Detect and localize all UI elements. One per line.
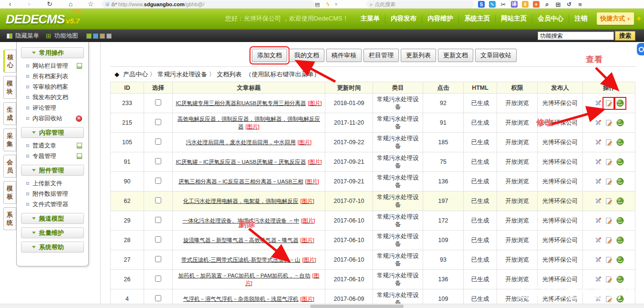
attributes-tools-icon[interactable] (594, 256, 602, 264)
doc-title-link[interactable]: 气浮机－溶气气浮机－杂质脱除机－浅层气浮机[图片] (183, 296, 314, 302)
sidebar-item[interactable]: 普通文章 (20, 140, 85, 151)
hide-menu-button[interactable]: 隐藏菜单 (7, 32, 39, 40)
attributes-tools-icon[interactable] (594, 197, 602, 205)
view-globe-icon[interactable] (616, 276, 624, 284)
speed-mode-caret-icon[interactable]: ˅ (335, 0, 337, 9)
header-menu-item[interactable]: 内容维护 (422, 14, 458, 23)
doc-title-link[interactable]: 旋流曝气器－新型曝气器－高效曝气器－曝气器[图片] (183, 237, 314, 243)
module-tab[interactable]: 系统 (3, 207, 16, 230)
header-menu-item[interactable]: 系统主页 (458, 14, 495, 23)
doc-title-link[interactable]: 化工污水处理用电解器，电絮凝，强制电解反应[图片] (183, 198, 314, 204)
sidebar-item[interactable]: 附件数据管理 (20, 189, 85, 199)
sidebar-item[interactable]: 文件式管理器 (20, 199, 85, 210)
view-globe-icon[interactable] (616, 138, 624, 147)
doc-title-link[interactable]: 厌氧三相分离器－IC反应器三相分离器－UASB三相[图片] (178, 179, 319, 184)
view-globe-icon[interactable] (616, 178, 624, 186)
attributes-tools-icon[interactable] (594, 295, 602, 303)
sidebar-item[interactable]: 评论管理 (20, 103, 85, 113)
top-action-button[interactable]: 稿件审核 (326, 49, 362, 62)
back-icon[interactable]: ‹ (5, 0, 15, 9)
header-menu-item[interactable]: 注销 (569, 14, 592, 23)
attributes-tools-icon[interactable] (594, 236, 602, 244)
doc-title-link[interactable]: IC厌氧罐－IC厌氧反应器－UASB厌氧罐－厌氧反应器[图片] (176, 159, 322, 165)
sidebar-group-header[interactable]: 常用操作 (21, 47, 84, 58)
url-bar[interactable]: × http://www.sdguangbo.com/gbhb@/ (102, 0, 315, 8)
row-checkbox[interactable] (155, 138, 161, 145)
menu-icon[interactable]: ≡ (577, 1, 583, 8)
scissors-icon[interactable]: ✂ (500, 1, 507, 8)
module-tab[interactable]: 模块 (3, 76, 16, 99)
shortcut-button[interactable]: 快捷方式▼ (597, 12, 634, 25)
top-action-button[interactable]: 栏目管理 (364, 49, 399, 62)
view-globe-icon[interactable] (616, 256, 624, 264)
view-globe-icon[interactable] (616, 236, 624, 244)
top-action-button[interactable]: 更新列表 (401, 49, 436, 62)
doc-title-link[interactable]: IC厌氧罐专用三相分离器和UASB厌氧专用三相分离器[图片] (176, 100, 322, 106)
doc-title-link[interactable]: 污水处理后回用，废水处理后回用，中水回用[图片] (186, 139, 312, 145)
home-icon[interactable]: ⌂ (65, 0, 76, 9)
sidebar-item[interactable]: 内容回收站 (20, 113, 85, 124)
module-tab[interactable]: 生成 (3, 102, 16, 125)
edit-icon[interactable] (605, 158, 613, 166)
doc-title-link[interactable]: 一体化污水处理设备、地埋式污水处理设备 －中[图片] (182, 218, 315, 223)
attributes-tools-icon[interactable] (594, 138, 602, 147)
bookmark-star-icon[interactable]: ☆ (85, 0, 96, 9)
attributes-tools-icon[interactable] (594, 99, 602, 107)
sidebar-item[interactable]: 等审核的档案 (20, 82, 85, 92)
function-search-input[interactable] (538, 32, 614, 40)
sidebar-group-header[interactable]: 批量维护 (21, 227, 84, 238)
find-icon[interactable]: ⌕ (544, 1, 551, 8)
view-globe-icon[interactable] (616, 99, 624, 107)
top-action-button[interactable]: 我的文档 (289, 49, 324, 62)
doc-title-link[interactable]: 高效电解反应器，强制反应器，强制电解器，强制电解反应器[图片] (177, 116, 320, 129)
module-tab[interactable]: 会员 (3, 155, 16, 178)
sidebar-item[interactable]: 专题管理 (20, 151, 85, 161)
reader-mode-icon[interactable]: ▤ (315, 0, 320, 9)
row-checkbox[interactable] (155, 276, 161, 282)
module-tab[interactable]: 模板 (3, 181, 16, 204)
row-checkbox[interactable] (155, 197, 161, 203)
sidebar-item[interactable]: 网站栏目管理 (20, 61, 85, 71)
row-checkbox[interactable] (155, 119, 161, 125)
translate-icon[interactable]: 译 (511, 1, 518, 8)
theme-green[interactable] (86, 33, 92, 39)
sidebar-group-header[interactable]: 系统帮助 (21, 242, 84, 253)
sidebar-item[interactable]: 所有档案列表 (20, 71, 85, 82)
theme-gray[interactable] (106, 33, 112, 39)
add-shortcut-button[interactable]: + (636, 14, 641, 23)
doc-title-link[interactable]: 加药机－加药装置－PAC加药机－PAM加药机，－自动[图片] (178, 273, 320, 286)
forward-icon[interactable]: › (24, 0, 34, 9)
browser-search-box[interactable]: ⌕ 点此搜索 (366, 0, 474, 8)
function-map-button[interactable]: ⊞ 功能地图 (46, 32, 78, 40)
undo-icon[interactable]: ↺ (566, 1, 572, 8)
attributes-tools-icon[interactable] (594, 217, 602, 225)
edit-icon[interactable] (605, 99, 613, 107)
view-globe-icon[interactable] (616, 217, 624, 225)
view-globe-icon[interactable] (616, 158, 624, 166)
row-checkbox[interactable] (155, 178, 161, 184)
attributes-tools-icon[interactable] (594, 119, 602, 127)
top-action-button[interactable]: 添加文档 (252, 49, 287, 62)
header-menu-item[interactable]: 主菜单 (355, 14, 385, 23)
edit-icon[interactable] (605, 197, 613, 205)
wallet-icon[interactable]: ¥ (522, 1, 529, 8)
pencil-ext-icon[interactable]: ✎ (489, 1, 496, 8)
view-globe-icon[interactable] (616, 119, 624, 127)
header-menu-item[interactable]: 内容发布 (385, 14, 422, 23)
apps-grid-icon[interactable]: ⊞ (555, 1, 561, 8)
function-search-button[interactable]: 搜索 (615, 31, 635, 41)
header-menu-item[interactable]: 会员中心 (532, 14, 569, 23)
edit-icon[interactable] (605, 276, 613, 284)
view-globe-icon[interactable] (616, 295, 624, 303)
row-checkbox[interactable] (155, 158, 161, 164)
sidebar-group-header[interactable]: 频道模型 (21, 213, 84, 224)
top-action-button[interactable]: 更新文档 (438, 49, 473, 62)
game-icon[interactable]: + (533, 1, 540, 8)
edit-icon[interactable] (605, 119, 613, 127)
view-globe-icon[interactable] (616, 197, 624, 205)
attributes-tools-icon[interactable] (594, 276, 602, 284)
row-checkbox[interactable] (155, 236, 161, 243)
edit-icon[interactable] (605, 217, 613, 225)
row-checkbox[interactable] (155, 99, 161, 106)
speed-mode-icon[interactable]: ϟ (326, 0, 329, 9)
